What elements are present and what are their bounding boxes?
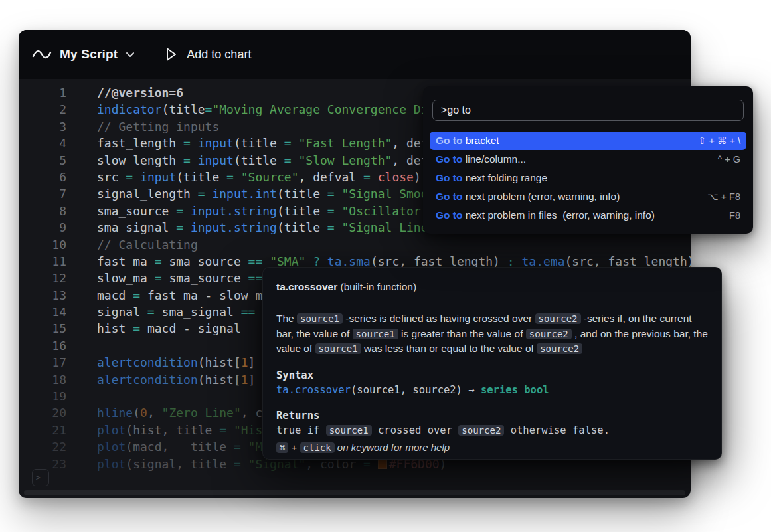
code-chip: source2 [526,329,572,339]
code-token: = [327,187,342,201]
palette-item-prefix: Go to [436,135,462,147]
code-token: fast_ma - slow_ma [147,288,270,302]
horizontal-scrollbar[interactable] [24,490,685,495]
code-token: ] [248,373,263,387]
code-token: = [226,170,241,184]
script-menu-button[interactable]: My Script [32,47,135,62]
code-token: ) [414,170,421,184]
code-token: ] [248,355,263,369]
palette-item[interactable]: Go to next problem in files (error, warn… [430,206,746,224]
palette-item[interactable]: Go to line/column...^ + G [430,150,746,169]
code-token: input.string [191,204,277,218]
code-token: "Slow Length" [298,153,392,167]
tooltip-function-kind: (built-in function) [337,281,416,292]
code-token: macd [97,288,133,302]
code-token: = [327,221,342,234]
line-number[interactable]: 16 [19,337,66,354]
chevron-down-icon [126,52,135,58]
code-token: fast_length [97,136,183,150]
code-token: signal_length [97,187,198,201]
line-number[interactable]: 2 [19,101,66,118]
code-token: ta.ema [521,254,564,268]
tooltip-returns-heading: Returns [276,410,708,422]
code-token [305,254,313,268]
line-number[interactable]: 9 [19,219,66,236]
code-token: // Getting inputs [97,120,219,133]
code-token: input [198,136,234,150]
code-token: slow_ma [97,271,155,285]
palette-item[interactable]: Go to next problem (error, warning, info… [430,187,746,206]
editor-header: My Script Add to chart [19,30,691,79]
code-token: input [140,170,176,184]
code-token: input [198,153,234,167]
tooltip-returns-line: true if source1 crossed over source2 oth… [276,424,708,438]
code-text: hist = macd - signal [66,320,241,337]
code-token: close [378,170,414,184]
console-icon[interactable]: >_ [32,469,49,486]
squiggle-line-icon [32,47,52,62]
line-number[interactable]: 11 [19,253,66,270]
tooltip-syntax-heading: Syntax [276,369,708,381]
line-number[interactable]: 19 [19,388,66,404]
palette-item-prefix: Go to [436,172,462,184]
code-token: : [507,254,522,268]
command-palette-input[interactable] [432,100,744,121]
line-number[interactable]: 18 [19,371,66,388]
tooltip-title: ta.crossover (built-in function) [276,281,708,293]
tooltip-syntax-line: ta.crossover(source1, source2) → series … [276,383,708,397]
code-token: indicator [97,102,162,116]
color-swatch[interactable] [378,460,387,469]
line-number[interactable]: 8 [19,203,66,219]
line-number[interactable]: 10 [19,236,66,253]
tooltip-function-name: ta.crossover [276,281,337,292]
line-number[interactable]: 7 [19,185,66,202]
code-token: (hist, title [126,423,219,437]
line-number[interactable]: 17 [19,354,66,371]
line-number[interactable]: 12 [19,270,66,286]
line-number[interactable]: 6 [19,169,66,185]
line-number[interactable]: 1 [19,84,66,101]
tooltip-divider [275,302,709,302]
palette-item-label: next problem in files (error, warning, i… [462,209,654,221]
code-token: , [147,406,162,420]
palette-item[interactable]: Go to bracket⇧ + ⌘ + \ [430,132,746,150]
line-number[interactable]: 14 [19,304,66,320]
line-number[interactable]: 20 [19,404,66,421]
code-chip: source1 [353,329,398,339]
palette-item[interactable]: Go to next folding range [430,169,746,187]
code-chip: source2 [458,425,504,436]
palette-item-label: next problem (error, warning, info) [462,191,620,203]
palette-item-shortcut: ^ + G [717,154,740,165]
code-token: "Source" [241,170,299,184]
code-token: = [234,440,248,454]
add-to-chart-label: Add to chart [187,48,251,62]
code-token: sma_signal [97,221,176,234]
code-token: = [176,204,191,218]
palette-item-label: line/column... [462,153,526,165]
syntax-function-name: ta.crossover [276,384,351,396]
code-token: (title [277,221,327,234]
add-to-chart-button[interactable]: Add to chart [165,47,251,62]
line-number[interactable]: 4 [19,135,66,151]
line-number[interactable]: 22 [19,438,66,455]
text-segment: + [288,442,300,453]
line-number[interactable]: 13 [19,287,66,304]
text-segment: otherwise false. [504,424,610,436]
code-chip: source1 [315,343,361,354]
code-token: alertcondition [97,373,198,387]
line-number[interactable]: 21 [19,422,66,438]
line-number[interactable]: 15 [19,320,66,337]
code-token: = [183,136,198,150]
line-number[interactable]: 3 [19,118,66,135]
code-token: macd - signal [147,321,241,335]
code-chip: source2 [535,313,581,324]
code-token: slow_length [97,153,183,167]
code-token: hline [97,406,133,420]
code-token: // Calculating [97,238,198,252]
code-token: //@version=6 [97,86,183,100]
line-number[interactable]: 5 [19,152,66,169]
code-line[interactable]: 10// Calculating [19,236,691,253]
code-token: 1 [241,373,248,387]
text-segment: -series is defined as having crossed ove… [343,313,535,324]
code-token: (title [176,170,226,184]
